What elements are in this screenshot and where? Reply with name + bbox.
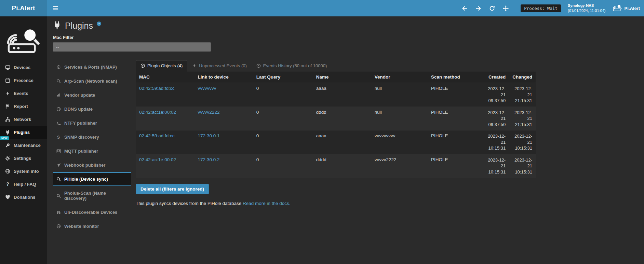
plugin-objects-table: MACLink to deviceLast QueryNameVendorSca… — [136, 71, 536, 178]
sidebar-item-events[interactable]: Events — [0, 87, 47, 100]
app-icon — [613, 4, 622, 13]
devices-icon — [5, 65, 11, 70]
tab-label: Events History (50 out of 10000) — [263, 63, 327, 68]
plugin-nav-item-ntfy-publisher[interactable]: NTFY publisher — [53, 116, 131, 130]
sidebar-item-label: Report — [14, 104, 28, 109]
tab-unprocessed-events-0[interactable]: Unprocessed Events (0) — [187, 60, 251, 71]
sidebar-item-network[interactable]: Network — [0, 113, 47, 126]
new-badge: NEW — [0, 136, 9, 140]
mac-link[interactable]: 02:42:59:ad:fd:cc — [139, 133, 175, 138]
plugin-note: This plugin syncs devices from the PiHol… — [136, 201, 536, 206]
docs-link[interactable]: Read more in the docs. — [243, 201, 291, 206]
sidebar-item-settings[interactable]: Settings — [0, 152, 47, 165]
sidebar-item-devices[interactable]: Devices — [0, 61, 47, 74]
column-header-mac: MAC — [136, 71, 194, 83]
vendor-cell: vvvvv2222 — [371, 154, 428, 178]
app-tag: Pi.Alert — [613, 4, 640, 13]
sidebar-item-donations[interactable]: Donations — [0, 191, 47, 204]
sidebar: DevicesPresenceEventsReportNetworkPlugin… — [0, 16, 47, 264]
plugin-nav-item-webhook-publisher[interactable]: Webhook publisher — [53, 158, 131, 172]
vendor-cell: null — [371, 83, 428, 107]
device-link[interactable]: 172.30.0.2 — [198, 157, 220, 162]
settings-icon — [5, 155, 11, 161]
plugin-nav-item-arp-scan-network-scan[interactable]: Arp-Scan (Network scan) — [53, 74, 131, 88]
column-header-vendor: Vendor — [371, 71, 428, 83]
last-query-cell: 0 — [253, 130, 313, 154]
mac-filter-input[interactable] — [53, 42, 211, 52]
device-link[interactable]: vvvvv2222 — [198, 110, 220, 115]
mqtt-icon — [56, 149, 61, 153]
move-icon[interactable] — [502, 5, 509, 12]
events-icon — [5, 91, 11, 96]
scan-method-cell: PIHOLE — [428, 130, 484, 154]
last-query-cell: 0 — [253, 154, 313, 178]
device-link[interactable]: vvvvvvvv — [198, 86, 216, 91]
plugin-nav-label: Arp-Scan (Network scan) — [64, 79, 117, 84]
tab-bar: Plugin Objects (4)Unprocessed Events (0)… — [136, 60, 536, 71]
report-icon — [5, 103, 11, 109]
send-icon — [56, 163, 61, 167]
binoculars-icon — [56, 210, 61, 214]
sidebar-item-label: Help / FAQ — [14, 182, 36, 187]
column-header-link-to-device: Link to device — [194, 71, 253, 83]
plugin-nav-item-snmp-discovery[interactable]: SSNMP discovery — [53, 130, 131, 144]
snmp-icon: S — [56, 135, 61, 140]
plugin-nav: Services & Ports (NMAP)Arp-Scan (Network… — [53, 60, 131, 233]
menu-icon[interactable] — [47, 0, 64, 16]
plugin-nav-label: DDNS update — [64, 107, 93, 112]
changed-cell: 2023-12-2110:15:31 — [509, 154, 536, 178]
host-timestamp: (01/01/2024, 11:31:04) — [568, 8, 606, 13]
plug-icon — [53, 21, 61, 31]
sidebar-item-label: Presence — [14, 78, 33, 83]
sidebar-menu: DevicesPresenceEventsReportNetworkPlugin… — [0, 61, 47, 204]
plugin-nav-item-vendor-update[interactable]: Vendor update — [53, 88, 131, 102]
sidebar-item-system-info[interactable]: System info — [0, 165, 47, 178]
mac-link[interactable]: 02:42:ac:1e:00:02 — [139, 157, 176, 162]
name-cell: dddd — [313, 107, 371, 130]
sidebar-item-presence[interactable]: Presence — [0, 74, 47, 87]
plugin-nav-item-un-discoverable-devices[interactable]: Un-Discoverable Devices — [53, 205, 131, 219]
mac-link[interactable]: 02:42:ac:1e:00:02 — [139, 110, 176, 115]
sidebar-item-help-faq[interactable]: ?Help / FAQ — [0, 178, 47, 191]
device-link[interactable]: 172.30.0.1 — [198, 133, 220, 138]
back-icon[interactable] — [461, 5, 468, 12]
sidebar-item-label: Maintenance — [14, 143, 41, 148]
created-cell: 2023-12-2109:37:50 — [484, 83, 509, 107]
search-icon — [56, 194, 61, 198]
forward-icon[interactable] — [475, 5, 482, 12]
sidebar-item-label: Devices — [14, 65, 30, 70]
system-info-icon — [5, 168, 11, 174]
sidebar-item-maintenance[interactable]: MaintenanceNEW — [0, 139, 47, 152]
chart-icon — [56, 93, 61, 97]
plugin-nav-label: Website monitor — [64, 224, 99, 229]
name-cell: dddd — [313, 154, 371, 178]
plugin-nav-item-mqtt-publisher[interactable]: MQTT publisher — [53, 144, 131, 158]
plugin-nav-item-ddns-update[interactable]: DDNS update — [53, 102, 131, 116]
donations-icon — [5, 194, 11, 200]
help-badge-icon[interactable]: ? — [97, 22, 101, 26]
plugin-nav-item-services-ports-nmap[interactable]: Services & Ports (NMAP) — [53, 60, 131, 74]
changed-cell: 2023-12-2121:15:31 — [509, 107, 536, 130]
table-row: 02:42:59:ad:fd:ccvvvvvvvv0aaaanullPIHOLE… — [136, 83, 536, 107]
search-icon — [56, 177, 61, 181]
globe-icon — [56, 224, 61, 228]
created-cell: 2023-12-2110:15:31 — [484, 154, 509, 178]
sidebar-item-report[interactable]: Report — [0, 100, 47, 113]
table-row: 02:42:59:ad:fd:cc172.30.0.10aaaavvvvvvvv… — [136, 130, 536, 154]
presence-icon — [5, 78, 11, 83]
brand-logo[interactable]: Pi.Alert — [0, 0, 47, 16]
plugin-nav-label: Services & Ports (NMAP) — [64, 65, 117, 70]
scan-method-cell: PIHOLE — [428, 154, 484, 178]
tab-events-history-50-out-of-10000[interactable]: Events History (50 out of 10000) — [252, 60, 332, 71]
plugin-nav-item-pholus-scan-name-discovery[interactable]: Pholus-Scan (Name discovery) — [53, 186, 131, 205]
plugin-nav-item-pihole-device-sync[interactable]: PiHole (Device sync) — [53, 172, 131, 186]
changed-cell: 2023-12-2121:15:31 — [509, 83, 536, 107]
tab-plugin-objects-4[interactable]: Plugin Objects (4) — [136, 60, 187, 71]
mac-link[interactable]: 02:42:59:ad:fd:cc — [139, 86, 175, 91]
mac-filter-label: Mac Filter — [53, 35, 636, 40]
name-cell: aaaa — [313, 83, 371, 107]
delete-all-button[interactable]: Delete all (filters are ignored) — [136, 184, 209, 194]
plugin-nav-label: SNMP discovery — [64, 135, 99, 140]
plugin-nav-item-website-monitor[interactable]: Website monitor — [53, 219, 131, 233]
refresh-icon[interactable] — [488, 5, 495, 12]
